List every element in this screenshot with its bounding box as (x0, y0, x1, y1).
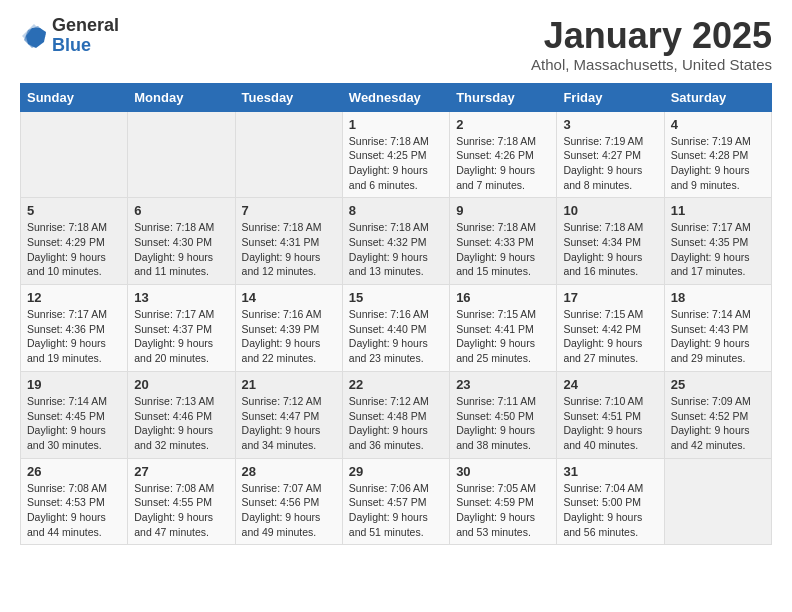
day-info: Sunrise: 7:18 AM Sunset: 4:29 PM Dayligh… (27, 220, 121, 279)
calendar-cell: 8Sunrise: 7:18 AM Sunset: 4:32 PM Daylig… (342, 198, 449, 285)
calendar-cell: 7Sunrise: 7:18 AM Sunset: 4:31 PM Daylig… (235, 198, 342, 285)
day-number: 28 (242, 464, 336, 479)
day-info: Sunrise: 7:04 AM Sunset: 5:00 PM Dayligh… (563, 481, 657, 540)
day-info: Sunrise: 7:12 AM Sunset: 4:47 PM Dayligh… (242, 394, 336, 453)
day-info: Sunrise: 7:12 AM Sunset: 4:48 PM Dayligh… (349, 394, 443, 453)
day-info: Sunrise: 7:07 AM Sunset: 4:56 PM Dayligh… (242, 481, 336, 540)
calendar-cell: 25Sunrise: 7:09 AM Sunset: 4:52 PM Dayli… (664, 371, 771, 458)
logo-text: General Blue (52, 16, 119, 56)
calendar-cell: 22Sunrise: 7:12 AM Sunset: 4:48 PM Dayli… (342, 371, 449, 458)
day-info: Sunrise: 7:13 AM Sunset: 4:46 PM Dayligh… (134, 394, 228, 453)
calendar-cell: 23Sunrise: 7:11 AM Sunset: 4:50 PM Dayli… (450, 371, 557, 458)
day-number: 10 (563, 203, 657, 218)
calendar-week-row: 19Sunrise: 7:14 AM Sunset: 4:45 PM Dayli… (21, 371, 772, 458)
calendar-cell: 31Sunrise: 7:04 AM Sunset: 5:00 PM Dayli… (557, 458, 664, 545)
day-info: Sunrise: 7:05 AM Sunset: 4:59 PM Dayligh… (456, 481, 550, 540)
day-number: 7 (242, 203, 336, 218)
day-number: 1 (349, 117, 443, 132)
day-info: Sunrise: 7:14 AM Sunset: 4:43 PM Dayligh… (671, 307, 765, 366)
day-number: 30 (456, 464, 550, 479)
calendar-cell: 4Sunrise: 7:19 AM Sunset: 4:28 PM Daylig… (664, 111, 771, 198)
day-number: 16 (456, 290, 550, 305)
calendar-cell (664, 458, 771, 545)
day-info: Sunrise: 7:19 AM Sunset: 4:27 PM Dayligh… (563, 134, 657, 193)
calendar-cell: 29Sunrise: 7:06 AM Sunset: 4:57 PM Dayli… (342, 458, 449, 545)
day-number: 15 (349, 290, 443, 305)
logo-blue: Blue (52, 36, 119, 56)
calendar-cell: 20Sunrise: 7:13 AM Sunset: 4:46 PM Dayli… (128, 371, 235, 458)
calendar-cell: 16Sunrise: 7:15 AM Sunset: 4:41 PM Dayli… (450, 285, 557, 372)
day-number: 2 (456, 117, 550, 132)
header: General Blue January 2025 Athol, Massach… (20, 16, 772, 73)
calendar-cell: 12Sunrise: 7:17 AM Sunset: 4:36 PM Dayli… (21, 285, 128, 372)
day-number: 14 (242, 290, 336, 305)
day-number: 18 (671, 290, 765, 305)
calendar-table: SundayMondayTuesdayWednesdayThursdayFrid… (20, 83, 772, 546)
logo-icon (20, 22, 48, 50)
calendar-cell: 9Sunrise: 7:18 AM Sunset: 4:33 PM Daylig… (450, 198, 557, 285)
day-number: 3 (563, 117, 657, 132)
calendar-cell: 1Sunrise: 7:18 AM Sunset: 4:25 PM Daylig… (342, 111, 449, 198)
weekday-header: Monday (128, 83, 235, 111)
calendar-cell: 15Sunrise: 7:16 AM Sunset: 4:40 PM Dayli… (342, 285, 449, 372)
day-number: 29 (349, 464, 443, 479)
calendar-cell (235, 111, 342, 198)
day-info: Sunrise: 7:17 AM Sunset: 4:37 PM Dayligh… (134, 307, 228, 366)
calendar-cell: 27Sunrise: 7:08 AM Sunset: 4:55 PM Dayli… (128, 458, 235, 545)
day-number: 11 (671, 203, 765, 218)
calendar-week-row: 1Sunrise: 7:18 AM Sunset: 4:25 PM Daylig… (21, 111, 772, 198)
calendar-week-row: 5Sunrise: 7:18 AM Sunset: 4:29 PM Daylig… (21, 198, 772, 285)
calendar-cell: 14Sunrise: 7:16 AM Sunset: 4:39 PM Dayli… (235, 285, 342, 372)
day-number: 9 (456, 203, 550, 218)
day-info: Sunrise: 7:18 AM Sunset: 4:25 PM Dayligh… (349, 134, 443, 193)
weekday-header: Wednesday (342, 83, 449, 111)
calendar-subtitle: Athol, Massachusetts, United States (531, 56, 772, 73)
calendar-title: January 2025 (531, 16, 772, 56)
day-number: 24 (563, 377, 657, 392)
page: General Blue January 2025 Athol, Massach… (0, 0, 792, 565)
day-number: 6 (134, 203, 228, 218)
calendar-cell: 28Sunrise: 7:07 AM Sunset: 4:56 PM Dayli… (235, 458, 342, 545)
day-info: Sunrise: 7:14 AM Sunset: 4:45 PM Dayligh… (27, 394, 121, 453)
weekday-header: Thursday (450, 83, 557, 111)
calendar-cell: 13Sunrise: 7:17 AM Sunset: 4:37 PM Dayli… (128, 285, 235, 372)
day-info: Sunrise: 7:18 AM Sunset: 4:34 PM Dayligh… (563, 220, 657, 279)
calendar-cell: 6Sunrise: 7:18 AM Sunset: 4:30 PM Daylig… (128, 198, 235, 285)
day-info: Sunrise: 7:10 AM Sunset: 4:51 PM Dayligh… (563, 394, 657, 453)
day-number: 17 (563, 290, 657, 305)
day-number: 8 (349, 203, 443, 218)
calendar-cell: 17Sunrise: 7:15 AM Sunset: 4:42 PM Dayli… (557, 285, 664, 372)
calendar-cell: 5Sunrise: 7:18 AM Sunset: 4:29 PM Daylig… (21, 198, 128, 285)
day-number: 31 (563, 464, 657, 479)
day-number: 20 (134, 377, 228, 392)
logo: General Blue (20, 16, 119, 56)
day-info: Sunrise: 7:18 AM Sunset: 4:26 PM Dayligh… (456, 134, 550, 193)
calendar-cell (21, 111, 128, 198)
day-number: 27 (134, 464, 228, 479)
calendar-cell: 26Sunrise: 7:08 AM Sunset: 4:53 PM Dayli… (21, 458, 128, 545)
logo-general: General (52, 16, 119, 36)
calendar-cell: 21Sunrise: 7:12 AM Sunset: 4:47 PM Dayli… (235, 371, 342, 458)
weekday-header: Saturday (664, 83, 771, 111)
calendar-week-row: 26Sunrise: 7:08 AM Sunset: 4:53 PM Dayli… (21, 458, 772, 545)
day-number: 23 (456, 377, 550, 392)
calendar-cell: 2Sunrise: 7:18 AM Sunset: 4:26 PM Daylig… (450, 111, 557, 198)
day-info: Sunrise: 7:19 AM Sunset: 4:28 PM Dayligh… (671, 134, 765, 193)
title-block: January 2025 Athol, Massachusetts, Unite… (531, 16, 772, 73)
calendar-cell: 18Sunrise: 7:14 AM Sunset: 4:43 PM Dayli… (664, 285, 771, 372)
day-number: 5 (27, 203, 121, 218)
day-number: 4 (671, 117, 765, 132)
day-info: Sunrise: 7:16 AM Sunset: 4:39 PM Dayligh… (242, 307, 336, 366)
calendar-cell: 3Sunrise: 7:19 AM Sunset: 4:27 PM Daylig… (557, 111, 664, 198)
weekday-header: Sunday (21, 83, 128, 111)
day-info: Sunrise: 7:11 AM Sunset: 4:50 PM Dayligh… (456, 394, 550, 453)
calendar-cell: 10Sunrise: 7:18 AM Sunset: 4:34 PM Dayli… (557, 198, 664, 285)
day-number: 22 (349, 377, 443, 392)
day-info: Sunrise: 7:18 AM Sunset: 4:33 PM Dayligh… (456, 220, 550, 279)
calendar-cell: 30Sunrise: 7:05 AM Sunset: 4:59 PM Dayli… (450, 458, 557, 545)
day-info: Sunrise: 7:15 AM Sunset: 4:42 PM Dayligh… (563, 307, 657, 366)
calendar-header-row: SundayMondayTuesdayWednesdayThursdayFrid… (21, 83, 772, 111)
day-info: Sunrise: 7:17 AM Sunset: 4:35 PM Dayligh… (671, 220, 765, 279)
day-info: Sunrise: 7:18 AM Sunset: 4:30 PM Dayligh… (134, 220, 228, 279)
day-info: Sunrise: 7:17 AM Sunset: 4:36 PM Dayligh… (27, 307, 121, 366)
